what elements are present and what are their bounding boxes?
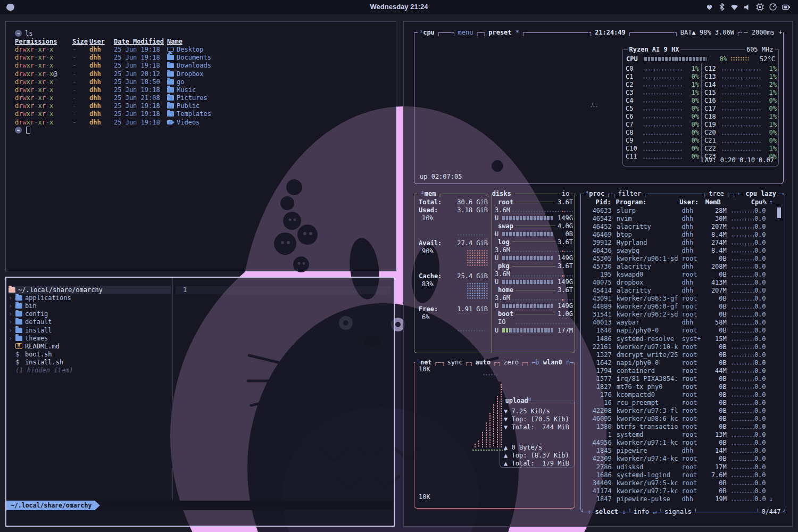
process-row[interactable]: 42208kworker/u97:3-flroot0B0.0 — [584, 407, 773, 415]
process-row[interactable]: 46436swaybgdhh8.4M0.0 — [584, 246, 773, 254]
disk-name[interactable]: log — [498, 238, 510, 246]
process-row[interactable]: 1642napi/phy0-0root0B0.0 — [584, 359, 773, 367]
net-zero-toggle[interactable]: zero — [503, 359, 519, 366]
net-interface-switcher[interactable]: ←b wlan0 n→ — [531, 359, 574, 366]
file-name[interactable]: Dropbox — [177, 70, 204, 78]
process-user: root — [681, 255, 708, 262]
bluetooth-icon[interactable] — [719, 3, 725, 11]
process-row[interactable]: 1systemdroot13M0.0 — [584, 431, 773, 439]
file-name[interactable]: Public — [177, 102, 200, 110]
btop-window[interactable]: ¹cpu ┌┐ menu ┌┐ preset * ┌┐ 21:24:49 ┌┐ … — [403, 21, 793, 527]
wifi-icon[interactable] — [730, 4, 738, 11]
proc-filter-button[interactable]: filter — [618, 190, 641, 197]
process-row[interactable]: 46542nvimdhh30M0.0 — [584, 214, 773, 222]
process-row[interactable]: 39912Hyprlanddhh274M0.0 — [584, 238, 773, 246]
process-row[interactable]: 46633slurpdhh28M0.0 — [584, 206, 773, 214]
process-row[interactable]: 46452alacrittydhh207M0.0 — [584, 222, 773, 230]
process-row[interactable]: 176kcompactd0root0B0.0 — [584, 390, 773, 398]
tree-item[interactable]: ›applications — [9, 294, 171, 302]
update-interval[interactable]: ─ 2000ms + — [744, 29, 782, 36]
proc-scrollbar[interactable] — [777, 207, 781, 218]
process-row[interactable]: 44956kworker/u97:1-kcroot0B0.0 — [584, 439, 773, 447]
cpu-tab[interactable]: ¹cpu — [419, 29, 435, 36]
process-row[interactable]: 1327dmcrypt_write/25root0B0.0 — [584, 351, 773, 359]
tree-root-item[interactable]: ~/.local/share/omarchy — [9, 286, 171, 294]
process-row[interactable]: 1827mt76-tx phy0root0B0.0 — [584, 383, 773, 390]
file-name[interactable]: Downloads — [177, 62, 211, 69]
file-name[interactable]: Desktop — [177, 46, 204, 53]
tree-item[interactable]: ›default — [9, 318, 171, 326]
proc-sort-selector[interactable]: ← cpu lazy → — [738, 190, 784, 197]
disk-name[interactable]: root — [498, 198, 513, 206]
ls-row: drwxr-xr-x-dhh25 Jun 21:08Pictures — [15, 94, 390, 102]
net-sync-toggle[interactable]: sync — [447, 359, 463, 366]
process-row[interactable]: 1686systemd-logindroot7.6M0.0 — [584, 471, 773, 479]
net-auto-toggle[interactable]: auto — [475, 359, 491, 366]
process-row[interactable]: 1845pipewiredhh14M0.0 — [584, 447, 773, 455]
process-mem-graph — [731, 492, 754, 493]
process-row[interactable]: 22161kworker/u97:10-kroot0B0.0 — [584, 343, 773, 351]
disks-tab[interactable]: disks — [492, 190, 511, 197]
file-name[interactable]: Documents — [177, 54, 211, 61]
tree-item[interactable]: $install.sh — [9, 359, 171, 367]
file-name[interactable]: go — [177, 78, 184, 86]
process-row[interactable]: 1640napi/phy0-0root0B0.0 — [584, 327, 773, 335]
process-row[interactable]: 195kswapd0root0B0.0 — [584, 271, 773, 279]
process-row[interactable]: 43091kworker/u96:3-gfroot0B0.0 — [584, 295, 773, 303]
process-row[interactable]: 46095kworker/u98:6-kcroot0B0.0 — [584, 415, 773, 423]
disk-name[interactable]: swap — [498, 222, 513, 230]
battery-icon[interactable] — [782, 3, 791, 11]
tree-item[interactable]: ›install — [9, 326, 171, 334]
tree-item[interactable]: ›bin — [9, 302, 171, 310]
process-row[interactable]: 1794containerdroot44M0.0 — [584, 367, 773, 375]
tree-item[interactable]: MREADME.md — [9, 342, 171, 350]
proc-select-control[interactable]: ↑ select ↓ — [587, 508, 626, 516]
proc-tab[interactable]: ⁴proc — [585, 190, 604, 197]
file-name[interactable]: Templates — [177, 110, 211, 118]
file-name[interactable]: Videos — [177, 119, 200, 126]
pane-separator[interactable] — [172, 278, 173, 500]
process-row[interactable]: 45305kworker/u96:1-sdroot0B0.0 — [584, 254, 773, 262]
process-row[interactable]: 1486systemd-resolvesyst+15M0.0 — [584, 335, 773, 343]
editor-window[interactable]: ~/.local/share/omarchy›applications›bin›… — [5, 277, 395, 527]
volume-icon[interactable] — [744, 4, 751, 11]
tree-item[interactable]: $boot.sh — [9, 351, 171, 359]
process-mem-graph — [731, 371, 754, 373]
proc-info-button[interactable]: info ↵ — [634, 508, 656, 516]
tree-item[interactable]: ›themes — [9, 334, 171, 342]
process-row[interactable]: 40075dropboxdhh413M0.0 — [584, 279, 773, 287]
process-row[interactable]: 1380btrfs-transactioroot0B0.0 — [584, 423, 773, 431]
process-row[interactable]: 45414alacrittydhh207M0.0 — [584, 287, 773, 295]
process-row[interactable]: 34409kworker/u97:5-kcroot0B0.0 — [584, 479, 773, 487]
file-name[interactable]: Music — [177, 86, 196, 94]
process-row[interactable]: 42309kworker/u97:4-kcroot0B0.0 — [584, 455, 773, 463]
proc-tree-toggle[interactable]: tree — [709, 190, 724, 197]
process-row[interactable]: 1577irq/81-PIXA3854:root0B0.0 — [584, 375, 773, 383]
net-tab[interactable]: ³net — [417, 359, 432, 366]
disk-name[interactable]: pkg — [498, 262, 510, 270]
gauge-icon[interactable] — [769, 3, 777, 11]
process-row[interactable]: 16rcu_preemptroot0B0.0 — [584, 399, 773, 407]
cpu-preset-button[interactable]: preset * — [488, 29, 519, 36]
tree-item[interactable]: ›config — [9, 310, 171, 318]
net-graph-column — [485, 422, 487, 447]
cpu-chip-icon[interactable] — [756, 3, 764, 11]
process-row[interactable]: 41174kworker/u97:7-kcroot0B0.0 — [584, 487, 773, 495]
process-row[interactable]: 1847pipewire-pulsedhh19M0.0↓ — [584, 495, 773, 503]
process-row[interactable]: 45730alacrittydhh208M0.0 — [584, 262, 773, 270]
proc-signals-button[interactable]: signals — [664, 508, 692, 516]
file-name[interactable]: Pictures — [177, 94, 207, 102]
disk-name[interactable]: home — [498, 286, 513, 294]
updates-icon[interactable] — [705, 3, 713, 11]
disks-io-toggle[interactable]: io — [562, 190, 569, 197]
process-row[interactable]: 46469btopdhh8.4M0.0 — [584, 230, 773, 238]
process-mem: 0B — [708, 311, 727, 318]
process-pid: 34409 — [584, 479, 612, 487]
cpu-menu-button[interactable]: menu — [458, 29, 473, 36]
terminal-ls-window[interactable]: →lsPermissionsSizeUserDate ModifiedNamed… — [5, 21, 396, 271]
process-row[interactable]: 44889kworker/u96:0-gfroot0B0.0 — [584, 303, 773, 311]
process-row[interactable]: 40013waybardhh58M0.0 — [584, 319, 773, 327]
disk-name[interactable]: boot — [498, 310, 513, 318]
process-row[interactable]: 2786udisksdroot17M0.0 — [584, 463, 773, 471]
process-row[interactable]: 31541kworker/u96:2-sdroot0B0.0 — [584, 311, 773, 319]
